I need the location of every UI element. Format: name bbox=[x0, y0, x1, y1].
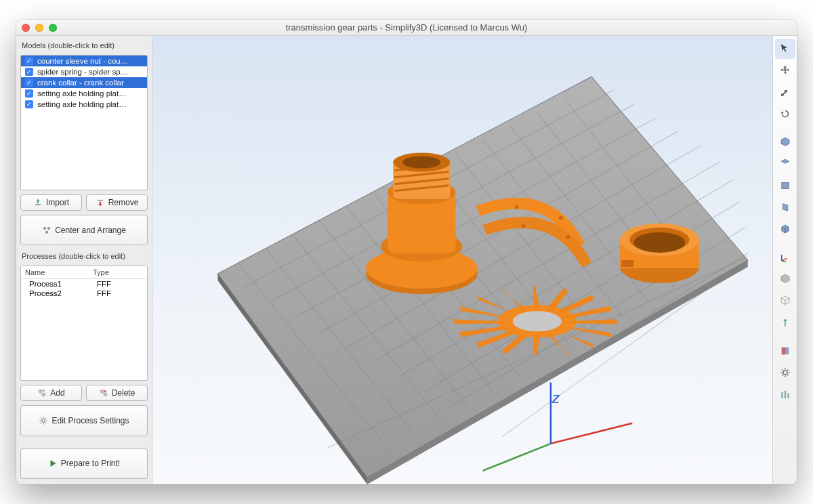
svg-rect-0 bbox=[35, 204, 41, 205]
svg-text:z: z bbox=[551, 390, 560, 406]
model-list-item[interactable]: setting axle holding plat… bbox=[21, 88, 147, 99]
svg-line-38 bbox=[551, 423, 632, 444]
view-top-icon bbox=[779, 158, 791, 170]
checkbox-icon[interactable] bbox=[25, 100, 33, 108]
3d-viewport[interactable]: z bbox=[152, 36, 772, 484]
model-item-label: counter sleeve nut - cou… bbox=[37, 57, 128, 65]
remove-icon bbox=[96, 198, 105, 207]
import-label: Import bbox=[46, 198, 69, 207]
process-name: Process1 bbox=[21, 279, 89, 289]
model-crank-collar[interactable] bbox=[620, 224, 699, 283]
center-label: Center and Arrange bbox=[55, 226, 126, 235]
tool-view-default[interactable] bbox=[775, 132, 795, 152]
checkbox-icon[interactable] bbox=[25, 57, 33, 65]
model-list-item[interactable]: setting axle holding plat… bbox=[21, 99, 147, 110]
svg-rect-2 bbox=[43, 227, 46, 230]
tool-view-side[interactable] bbox=[775, 197, 795, 217]
pointer-icon bbox=[779, 43, 791, 55]
tool-cross-section[interactable] bbox=[775, 341, 795, 361]
remove-button[interactable]: Remove bbox=[86, 194, 148, 211]
model-list-item[interactable]: crank collar - crank collar bbox=[21, 77, 147, 88]
checkbox-icon[interactable] bbox=[25, 68, 33, 76]
view-iso-icon bbox=[779, 223, 791, 235]
model-list-item[interactable]: counter sleeve nut - cou… bbox=[21, 56, 147, 66]
process-row[interactable]: Process2FFF bbox=[21, 289, 147, 298]
add-process-button[interactable]: Add bbox=[20, 385, 82, 401]
col-name-header: Name bbox=[21, 266, 89, 278]
tool-view-iso[interactable] bbox=[775, 219, 795, 239]
prepare-to-print-button[interactable]: Prepare to Print! bbox=[20, 448, 148, 479]
processes-list[interactable]: Name Type Process1FFFProcess2FFF bbox=[20, 266, 148, 381]
wireframe-icon bbox=[779, 295, 791, 307]
processes-panel-label: Processes (double-click to edit) bbox=[20, 249, 148, 261]
tool-axis-triad[interactable] bbox=[775, 247, 795, 268]
axis-triad-icon bbox=[779, 251, 791, 264]
svg-point-7 bbox=[100, 390, 104, 394]
scale-icon bbox=[779, 86, 791, 98]
svg-rect-3 bbox=[47, 227, 50, 230]
titlebar: transmission gear parts - Simplify3D (Li… bbox=[16, 20, 797, 36]
tool-settings[interactable] bbox=[775, 362, 795, 383]
edit-label: Edit Process Settings bbox=[51, 416, 129, 425]
rotate-icon bbox=[779, 108, 791, 120]
models-list[interactable]: counter sleeve nut - cou…spider spring -… bbox=[20, 55, 148, 190]
process-header: Name Type bbox=[21, 266, 147, 279]
center-arrange-button[interactable]: Center and Arrange bbox=[20, 215, 148, 245]
svg-point-62 bbox=[633, 232, 685, 253]
svg-rect-66 bbox=[781, 183, 789, 189]
play-icon bbox=[48, 459, 58, 468]
tool-pointer[interactable] bbox=[775, 39, 795, 59]
model-item-label: setting axle holding plat… bbox=[37, 89, 127, 98]
tool-wireframe[interactable] bbox=[775, 291, 795, 311]
tool-view-top[interactable] bbox=[775, 154, 795, 174]
process-type: FFF bbox=[89, 289, 147, 298]
checkbox-icon[interactable] bbox=[25, 79, 33, 87]
models-panel-label: Models (double-click to edit) bbox=[20, 39, 148, 51]
process-row[interactable]: Process1FFF bbox=[21, 279, 147, 289]
svg-rect-68 bbox=[781, 348, 785, 355]
model-item-label: crank collar - crank collar bbox=[37, 79, 124, 87]
sidebar: Models (double-click to edit) counter sl… bbox=[16, 36, 152, 484]
process-type: FFF bbox=[89, 279, 147, 289]
svg-line-39 bbox=[483, 444, 551, 471]
move-icon bbox=[779, 64, 791, 77]
add-label: Add bbox=[50, 388, 64, 398]
shaded-icon bbox=[779, 273, 791, 285]
svg-rect-4 bbox=[45, 231, 48, 234]
right-toolbar bbox=[772, 36, 797, 484]
svg-point-5 bbox=[39, 390, 43, 394]
tool-scale[interactable] bbox=[775, 82, 795, 102]
delete-label: Delete bbox=[112, 388, 136, 398]
view-default-icon bbox=[779, 136, 791, 148]
tool-normals[interactable] bbox=[775, 312, 795, 333]
checkbox-icon[interactable] bbox=[25, 89, 33, 98]
model-item-label: setting axle holding plat… bbox=[37, 100, 127, 108]
import-button[interactable]: Import bbox=[20, 194, 82, 211]
svg-point-56 bbox=[522, 224, 526, 228]
import-icon bbox=[33, 198, 43, 207]
svg-point-8 bbox=[103, 393, 107, 397]
delete-process-button[interactable]: Delete bbox=[86, 385, 148, 401]
tool-move[interactable] bbox=[775, 60, 795, 81]
cross-section-icon bbox=[779, 345, 791, 357]
add-icon bbox=[37, 388, 47, 398]
window-title: transmission gear parts - Simplify3D (Li… bbox=[16, 22, 797, 33]
svg-point-69 bbox=[783, 371, 787, 375]
center-icon bbox=[42, 226, 51, 235]
svg-rect-1 bbox=[98, 200, 103, 201]
col-type-header: Type bbox=[89, 266, 147, 278]
svg-point-53 bbox=[402, 156, 440, 169]
tool-view-front[interactable] bbox=[775, 175, 795, 196]
gear-icon bbox=[39, 416, 48, 425]
svg-point-54 bbox=[515, 205, 519, 209]
svg-rect-63 bbox=[621, 260, 633, 267]
tool-supports[interactable] bbox=[775, 384, 795, 404]
tool-shaded[interactable] bbox=[775, 269, 795, 289]
model-list-item[interactable]: spider spring - spider sp… bbox=[21, 66, 147, 77]
svg-point-9 bbox=[42, 419, 45, 423]
normals-icon bbox=[779, 316, 791, 329]
tool-rotate[interactable] bbox=[775, 104, 795, 124]
app-window: transmission gear parts - Simplify3D (Li… bbox=[16, 20, 797, 484]
model-item-label: spider spring - spider sp… bbox=[37, 68, 128, 76]
edit-process-settings-button[interactable]: Edit Process Settings bbox=[20, 405, 148, 436]
